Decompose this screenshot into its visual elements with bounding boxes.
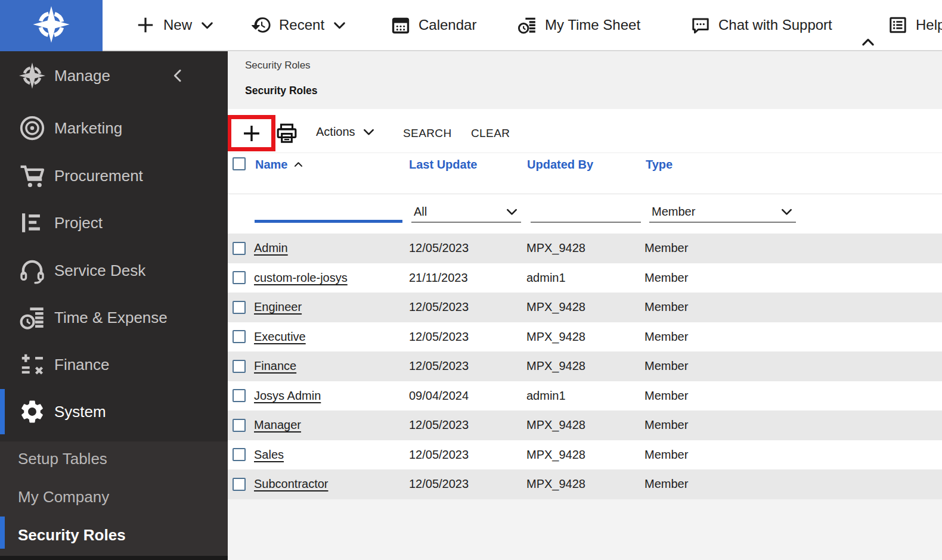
sidebar-item-label: Service Desk: [54, 256, 145, 285]
row-checkbox[interactable]: [233, 478, 246, 491]
chevron-up-icon: [859, 35, 878, 50]
row-name-cell: Josys Admin: [254, 381, 321, 411]
table-top-divider: [228, 153, 942, 153]
clear-button[interactable]: CLEAR: [471, 127, 510, 140]
sidebar: ManageMarketingProcurementProjectService…: [0, 51, 228, 560]
name-filter-input[interactable]: [255, 201, 402, 223]
topbar-item-new[interactable]: New: [135, 0, 215, 50]
header-divider: [228, 194, 942, 194]
row-checkbox-cell: [233, 351, 246, 381]
sidebar-item-finance[interactable]: Finance: [0, 350, 228, 379]
sidebar-subitem-security-roles[interactable]: Security Roles: [0, 521, 228, 549]
chevron-down-icon: [780, 205, 794, 219]
row-name-cell: custom-role-josys: [254, 263, 348, 293]
role-name-link[interactable]: Engineer: [254, 300, 302, 314]
sidebar-item-marketing[interactable]: Marketing: [0, 114, 228, 142]
role-name-link[interactable]: Josys Admin: [254, 389, 321, 403]
row-checkbox[interactable]: [233, 389, 246, 402]
sidebar-item-label: Project: [54, 209, 103, 237]
sidebar-item-time-expense[interactable]: Time & Expense: [0, 303, 228, 332]
search-button[interactable]: SEARCH: [403, 127, 452, 140]
row-checkbox[interactable]: [233, 271, 246, 284]
row-type: Member: [644, 322, 688, 352]
sidebar-subitem-setup-tables[interactable]: Setup Tables: [0, 444, 228, 473]
row-name-cell: Manager: [254, 410, 301, 440]
row-name-cell: Executive: [254, 322, 306, 352]
type-filter-select[interactable]: Member: [649, 201, 796, 223]
sidebar-item-procurement[interactable]: Procurement: [0, 161, 228, 190]
sidebar-item-system[interactable]: System: [0, 397, 228, 426]
row-last-update: 09/04/2024: [409, 381, 469, 411]
table-row: Subcontractor12/05/2023MPX_9428Member: [228, 469, 942, 499]
app-logo[interactable]: [0, 0, 103, 51]
last-update-filter-select[interactable]: All: [411, 201, 521, 223]
page-title: Security Roles: [245, 85, 318, 97]
role-name-link[interactable]: Subcontractor: [254, 477, 329, 491]
column-header-type[interactable]: Type: [646, 157, 673, 172]
column-header-last-update[interactable]: Last Update: [409, 157, 477, 172]
topbar-item-recent[interactable]: Recent: [251, 0, 347, 50]
row-checkbox[interactable]: [233, 419, 246, 432]
topbar-item-label: My Time Sheet: [545, 17, 640, 33]
row-last-update: 12/05/2023: [409, 293, 469, 322]
updated-by-filter-input[interactable]: [531, 201, 641, 223]
role-name-link[interactable]: Executive: [254, 330, 306, 344]
sidebar-item-label: Procurement: [54, 161, 143, 190]
compass-icon: [18, 62, 46, 89]
chevron-down-icon: [200, 18, 215, 33]
table-row: custom-role-josys21/11/2023admin1Member: [228, 263, 942, 293]
collapse-toolbar-chevron[interactable]: [859, 35, 878, 50]
sidebar-subitem-my-company[interactable]: My Company: [0, 483, 228, 511]
sidebar-item-service-desk[interactable]: Service Desk: [0, 256, 228, 285]
role-name-link[interactable]: custom-role-josys: [254, 271, 348, 285]
add-security-role-button[interactable]: [241, 123, 262, 144]
role-name-link[interactable]: Finance: [254, 359, 296, 373]
chevron-down-icon: [362, 125, 376, 139]
role-name-link[interactable]: Admin: [254, 241, 288, 255]
last-update-filter-value: All: [414, 205, 427, 219]
role-name-link[interactable]: Sales: [254, 448, 284, 462]
row-name-cell: Finance: [254, 351, 296, 381]
row-name-cell: Admin: [254, 234, 288, 263]
actions-label: Actions: [316, 125, 355, 139]
sidebar-item-label: Time & Expense: [54, 303, 168, 332]
row-checkbox[interactable]: [233, 448, 246, 461]
chevron-left-icon: [169, 67, 186, 84]
sidebar-item-manage[interactable]: Manage: [0, 61, 228, 90]
row-last-update: 12/05/2023: [409, 234, 469, 263]
topbar-item-help[interactable]: Help: [888, 0, 942, 50]
topbar-item-my-time-sheet[interactable]: My Time Sheet: [517, 0, 640, 50]
system-submenu: Setup TablesMy CompanySecurity Roles: [0, 441, 228, 556]
row-type: Member: [644, 469, 688, 499]
plus-icon: [241, 123, 262, 144]
column-header-updated-by[interactable]: Updated By: [527, 157, 593, 172]
row-updated-by: MPX_9428: [526, 469, 585, 499]
row-updated-by: admin1: [526, 263, 566, 293]
actions-dropdown-button[interactable]: Actions: [316, 125, 376, 139]
row-checkbox[interactable]: [233, 330, 246, 343]
row-type: Member: [644, 410, 688, 440]
row-checkbox[interactable]: [233, 360, 246, 373]
select-all-checkbox[interactable]: [233, 157, 246, 170]
printer-icon: [275, 122, 299, 145]
sidebar-item-project[interactable]: Project: [0, 209, 228, 237]
chevron-down-icon: [505, 205, 519, 219]
row-name-cell: Subcontractor: [254, 469, 329, 499]
topbar-item-label: Calendar: [419, 17, 476, 33]
table-row: Josys Admin09/04/2024admin1Member: [228, 381, 942, 411]
row-type: Member: [644, 234, 688, 263]
print-button[interactable]: [275, 122, 299, 145]
topbar-item-label: New: [163, 17, 192, 33]
row-checkbox[interactable]: [233, 242, 246, 255]
row-checkbox[interactable]: [233, 301, 246, 314]
compass-icon: [32, 5, 70, 46]
topbar-item-calendar[interactable]: Calendar: [391, 0, 476, 50]
chevron-down-icon: [332, 18, 347, 33]
topbar-item-chat-with-support[interactable]: Chat with Support: [690, 0, 832, 50]
role-name-link[interactable]: Manager: [254, 418, 301, 432]
row-type: Member: [644, 293, 688, 322]
column-header-name[interactable]: Name: [255, 157, 304, 172]
sidebar-item-label: Marketing: [54, 114, 122, 142]
column-header-name-label: Name: [255, 157, 287, 172]
table-row: Sales12/05/2023MPX_9428Member: [228, 440, 942, 470]
